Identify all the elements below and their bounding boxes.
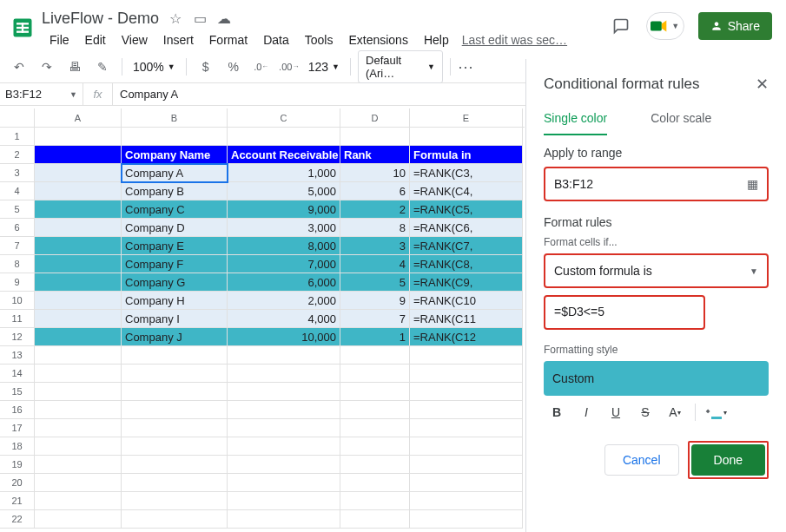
tab-color-scale[interactable]: Color scale xyxy=(651,106,711,135)
format-rule-select[interactable]: Custom formula is ▼ xyxy=(544,253,769,288)
cell[interactable]: Company D xyxy=(122,219,228,237)
cell[interactable]: 8 xyxy=(340,219,410,237)
cell[interactable]: Company E xyxy=(122,237,228,255)
row-header[interactable]: 10 xyxy=(0,292,35,310)
last-edit-link[interactable]: Last edit was sec… xyxy=(462,33,567,47)
cell[interactable]: 5 xyxy=(340,273,410,292)
menu-data[interactable]: Data xyxy=(255,31,297,49)
cell[interactable] xyxy=(122,510,228,529)
row-header[interactable]: 5 xyxy=(0,200,35,219)
cell[interactable]: Account Receivable xyxy=(228,146,340,164)
row-header[interactable]: 2 xyxy=(0,146,35,164)
more-toolbar-icon[interactable]: ⋯ xyxy=(458,57,475,76)
cell[interactable] xyxy=(340,437,410,456)
cell[interactable]: Company J xyxy=(122,328,228,346)
cell[interactable]: 10,000 xyxy=(228,328,340,346)
cell[interactable] xyxy=(340,510,410,529)
style-preview[interactable]: Custom xyxy=(544,361,769,396)
cell[interactable] xyxy=(410,510,523,529)
undo-icon[interactable]: ↶ xyxy=(7,55,31,79)
currency-icon[interactable]: $ xyxy=(194,55,218,79)
cell[interactable] xyxy=(122,365,228,383)
cell[interactable]: 7 xyxy=(340,310,410,328)
cell[interactable]: 10 xyxy=(340,164,410,182)
cloud-icon[interactable]: ☁ xyxy=(216,10,232,27)
cell[interactable] xyxy=(228,346,340,365)
menu-format[interactable]: Format xyxy=(201,31,255,49)
menu-extensions[interactable]: Extensions xyxy=(340,31,415,49)
row-header[interactable]: 14 xyxy=(0,365,35,383)
column-header[interactable]: C xyxy=(228,108,340,127)
cell[interactable]: =RANK(C12 xyxy=(410,328,523,346)
cell[interactable]: =RANK(C6, xyxy=(410,219,523,237)
row-header[interactable]: 12 xyxy=(0,328,35,346)
text-color-button[interactable]: A▾ xyxy=(664,401,686,424)
row-header[interactable]: 6 xyxy=(0,219,35,237)
cell[interactable]: =RANK(C9, xyxy=(410,273,523,292)
cell[interactable] xyxy=(410,128,523,146)
row-header[interactable]: 19 xyxy=(0,456,35,474)
cell[interactable]: 7,000 xyxy=(228,255,340,273)
fill-color-button[interactable]: ▾ xyxy=(704,401,727,424)
cell[interactable]: =RANK(C11 xyxy=(410,310,523,328)
strike-button[interactable]: S xyxy=(634,401,657,424)
menu-view[interactable]: View xyxy=(114,31,155,49)
underline-button[interactable]: U xyxy=(604,401,627,424)
spreadsheet-grid[interactable]: A B C D E 12Company NameAccount Receivab… xyxy=(0,108,525,532)
print-icon[interactable]: 🖶 xyxy=(63,55,87,79)
cell[interactable] xyxy=(35,292,122,310)
cell[interactable]: =RANK(C7, xyxy=(410,237,523,255)
cell[interactable] xyxy=(35,383,122,401)
cell[interactable] xyxy=(228,128,340,146)
cell[interactable] xyxy=(340,419,410,437)
cell[interactable]: Company H xyxy=(122,292,228,310)
cell[interactable] xyxy=(122,401,228,419)
cell[interactable]: 9,000 xyxy=(228,200,340,219)
number-format-select[interactable]: 123▼ xyxy=(305,58,343,76)
document-title[interactable]: LiveFlow - Demo xyxy=(42,10,159,28)
cell[interactable] xyxy=(410,346,523,365)
cell[interactable] xyxy=(228,383,340,401)
cell[interactable] xyxy=(35,419,122,437)
cell[interactable]: Formula in xyxy=(410,146,523,164)
cell[interactable] xyxy=(228,474,340,492)
cell[interactable]: 4,000 xyxy=(228,310,340,328)
cell[interactable]: Rank xyxy=(340,146,410,164)
cell[interactable] xyxy=(122,437,228,456)
cell[interactable]: =RANK(C5, xyxy=(410,200,523,219)
cell[interactable]: Company B xyxy=(122,182,228,200)
cell[interactable] xyxy=(340,365,410,383)
cell[interactable] xyxy=(228,492,340,510)
grid-icon[interactable]: ▦ xyxy=(747,177,758,191)
cell[interactable]: 4 xyxy=(340,255,410,273)
cell[interactable]: Company I xyxy=(122,310,228,328)
cell[interactable]: 6,000 xyxy=(228,273,340,292)
cell[interactable]: 5,000 xyxy=(228,182,340,200)
row-header[interactable]: 22 xyxy=(0,510,35,529)
paint-format-icon[interactable]: ✎ xyxy=(90,55,115,79)
move-icon[interactable]: ▭ xyxy=(192,10,208,27)
cell[interactable] xyxy=(228,510,340,529)
column-header[interactable]: E xyxy=(410,108,523,127)
column-header[interactable]: A xyxy=(35,108,122,127)
cell[interactable] xyxy=(410,383,523,401)
row-header[interactable]: 9 xyxy=(0,273,35,292)
star-icon[interactable]: ☆ xyxy=(168,10,183,27)
menu-file[interactable]: File xyxy=(42,31,77,49)
row-header[interactable]: 15 xyxy=(0,383,35,401)
cell[interactable]: Company A xyxy=(122,164,228,182)
zoom-select[interactable]: 100%▼ xyxy=(129,58,179,76)
cell[interactable] xyxy=(35,437,122,456)
row-header[interactable]: 18 xyxy=(0,437,35,456)
cell[interactable] xyxy=(35,182,122,200)
cell[interactable] xyxy=(122,419,228,437)
cell[interactable] xyxy=(35,255,122,273)
cell[interactable]: Company G xyxy=(122,273,228,292)
cell[interactable] xyxy=(35,401,122,419)
row-header[interactable]: 4 xyxy=(0,182,35,200)
cell[interactable]: =RANK(C10 xyxy=(410,292,523,310)
cell[interactable] xyxy=(35,146,122,164)
cell[interactable]: 3 xyxy=(340,237,410,255)
redo-icon[interactable]: ↷ xyxy=(35,55,59,79)
cell[interactable] xyxy=(410,419,523,437)
